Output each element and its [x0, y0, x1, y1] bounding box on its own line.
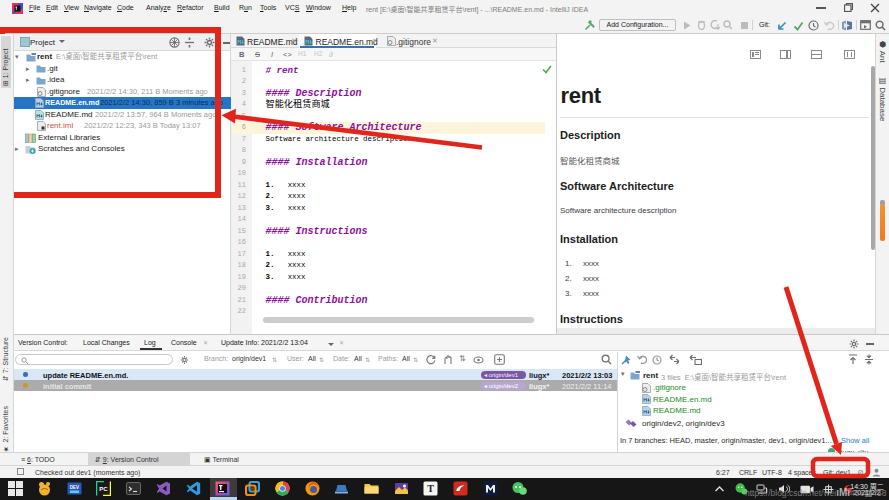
svg-text:T: T	[427, 483, 434, 494]
svg-text:DEV: DEV	[70, 485, 79, 490]
svg-text:PC: PC	[99, 486, 108, 492]
